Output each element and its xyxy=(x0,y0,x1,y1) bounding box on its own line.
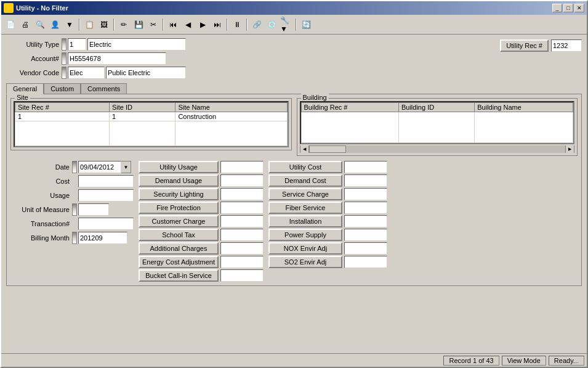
security-lighting-input[interactable] xyxy=(220,188,264,200)
demand-usage-input[interactable] xyxy=(220,174,264,187)
additional-charges-btn[interactable]: Additional Charges xyxy=(139,242,219,255)
vendor-separator xyxy=(62,67,66,79)
transaction-input[interactable] xyxy=(78,218,134,230)
energy-cost-adj-btn[interactable]: Energy Cost Adjustment xyxy=(139,256,219,268)
usage-input[interactable] xyxy=(78,189,134,202)
billing-input[interactable] xyxy=(78,232,127,244)
school-tax-btn[interactable]: School Tax xyxy=(139,229,219,241)
disk-button[interactable]: 💿 xyxy=(265,18,278,31)
site-row-1[interactable]: 1 1 Construction xyxy=(15,112,288,121)
status-bar: Record 1 of 43 View Mode Ready... xyxy=(1,353,587,367)
app-icon: ⚡ xyxy=(4,3,14,13)
utility-rec-label: Utility Rec # xyxy=(500,39,549,52)
tab-comments[interactable]: Comments xyxy=(81,83,127,94)
first-button[interactable]: ⏮ xyxy=(166,18,180,31)
energy-cost-adj-input[interactable] xyxy=(220,256,264,268)
site-id-val: 1 xyxy=(109,112,175,121)
title-bar: ⚡ Utility - No Filter _ □ ✕ xyxy=(1,1,587,15)
window-controls: _ □ ✕ xyxy=(552,4,584,12)
so2-envir-adj-input[interactable] xyxy=(344,256,387,268)
link-button[interactable]: 🔗 xyxy=(250,18,264,31)
cost-input[interactable] xyxy=(78,175,134,187)
fire-protection-btn[interactable]: Fire Protection xyxy=(139,202,219,214)
tab-content: Site Site Rec # Site ID Site Name xyxy=(6,94,582,286)
fiber-service-input[interactable] xyxy=(344,202,387,214)
minimize-button[interactable]: _ xyxy=(552,4,562,12)
user-button[interactable]: 👤 xyxy=(48,18,62,31)
copy-button[interactable]: 📋 xyxy=(83,18,96,31)
school-tax-input[interactable] xyxy=(220,229,264,241)
scroll-thumb[interactable] xyxy=(309,145,346,153)
delete-button[interactable]: ✂ xyxy=(147,18,160,31)
vendor-code-input[interactable] xyxy=(68,67,105,79)
date-input-container: ▼ xyxy=(78,161,131,173)
preview-button[interactable]: 🔍 xyxy=(33,18,47,31)
billing-sep xyxy=(72,232,77,244)
charge-installation: Installation xyxy=(268,215,387,227)
date-input[interactable] xyxy=(78,161,121,173)
charge-demand-usage: Demand Usage xyxy=(139,174,264,187)
customer-charge-btn[interactable]: Customer Charge xyxy=(139,215,219,227)
additional-charges-input[interactable] xyxy=(220,242,264,255)
power-supply-btn[interactable]: Power Supply xyxy=(268,229,342,241)
new-button[interactable]: 📄 xyxy=(4,18,17,31)
security-lighting-btn[interactable]: Security Lighting xyxy=(139,188,219,200)
left-form: Date ▼ Cost xyxy=(10,161,134,282)
uom-input[interactable] xyxy=(78,203,109,216)
installation-input[interactable] xyxy=(344,215,387,227)
utility-usage-btn[interactable]: Utility Usage xyxy=(139,161,219,173)
edit-button[interactable]: ✏ xyxy=(117,18,131,31)
prev-button[interactable]: ◀ xyxy=(181,18,195,31)
save-button[interactable]: 💾 xyxy=(132,18,145,31)
bldg-col-name: Building Name xyxy=(475,103,573,112)
site-rec-val: 1 xyxy=(15,112,110,121)
fiber-service-btn[interactable]: Fiber Service xyxy=(268,202,342,214)
maximize-button[interactable]: □ xyxy=(563,4,573,12)
tab-custom[interactable]: Custom xyxy=(44,83,81,94)
date-label: Date xyxy=(10,163,72,171)
last-button[interactable]: ⏭ xyxy=(211,18,224,31)
charge-service-charge: Service Charge xyxy=(268,188,387,200)
utility-type-num-input[interactable] xyxy=(68,38,86,51)
charge-utility-usage: Utility Usage xyxy=(139,161,264,173)
so2-envir-adj-btn[interactable]: SO2 Envir Adj xyxy=(268,256,342,268)
utility-usage-input[interactable] xyxy=(220,161,264,173)
scroll-left-btn[interactable]: ◀ xyxy=(300,145,309,153)
nox-envir-adj-btn[interactable]: NOX Envir Adj xyxy=(268,242,342,255)
utility-type-val-input[interactable] xyxy=(87,38,186,51)
horizontal-scrollbar[interactable]: ◀ ▶ xyxy=(300,145,575,153)
print-button[interactable]: 🖨 xyxy=(18,18,32,31)
date-dropdown-btn[interactable]: ▼ xyxy=(121,161,131,173)
close-button[interactable]: ✕ xyxy=(574,4,584,12)
demand-cost-btn[interactable]: Demand Cost xyxy=(268,174,342,187)
service-charge-input[interactable] xyxy=(344,188,387,200)
account-input[interactable] xyxy=(68,52,166,65)
filter-dropdown[interactable]: ▼ xyxy=(63,18,76,31)
window-title: Utility - No Filter xyxy=(16,4,68,12)
utility-rec-input[interactable] xyxy=(551,39,582,52)
demand-cost-input[interactable] xyxy=(344,174,387,187)
utility-cost-btn[interactable]: Utility Cost xyxy=(268,161,342,173)
charge-security-lighting: Security Lighting xyxy=(139,188,264,200)
demand-usage-btn[interactable]: Demand Usage xyxy=(139,174,219,187)
vendor-name-input[interactable] xyxy=(106,67,186,79)
bucket-callin-input[interactable] xyxy=(220,269,264,282)
nox-envir-adj-input[interactable] xyxy=(344,242,387,255)
scroll-right-btn[interactable]: ▶ xyxy=(565,145,574,153)
service-charge-btn[interactable]: Service Charge xyxy=(268,188,342,200)
customer-charge-input[interactable] xyxy=(220,215,264,227)
next-button[interactable]: ▶ xyxy=(196,18,209,31)
tab-general[interactable]: General xyxy=(6,83,44,94)
power-supply-input[interactable] xyxy=(344,229,387,241)
bucket-callin-btn[interactable]: Bucket Call-in Service xyxy=(139,269,219,282)
fire-protection-input[interactable] xyxy=(220,202,264,214)
middle-charges: Utility Usage Demand Usage Security Ligh… xyxy=(139,161,264,282)
site-col-id: Site ID xyxy=(109,103,175,112)
image-button[interactable]: 🖼 xyxy=(97,18,111,31)
utility-cost-input[interactable] xyxy=(344,161,387,173)
installation-btn[interactable]: Installation xyxy=(268,215,342,227)
tools-dropdown[interactable]: 🔧▼ xyxy=(280,18,293,31)
pause-button[interactable]: ⏸ xyxy=(230,18,244,31)
charge-bucket: Bucket Call-in Service xyxy=(139,269,264,282)
refresh-button[interactable]: 🔄 xyxy=(299,18,313,31)
